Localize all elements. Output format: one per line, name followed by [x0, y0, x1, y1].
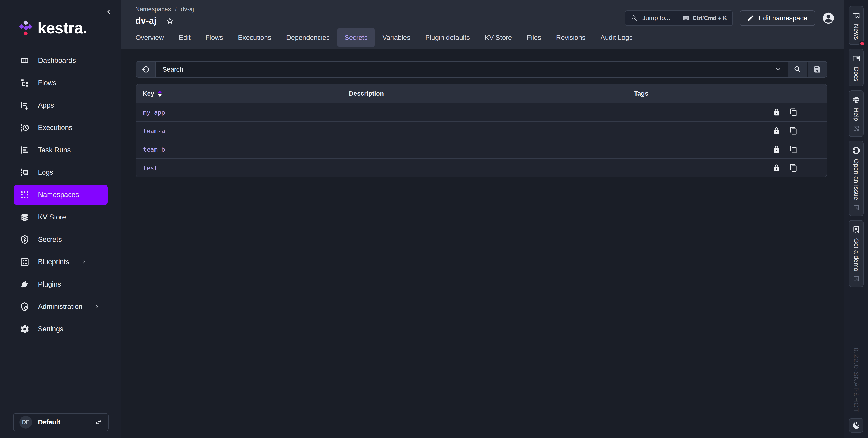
rail-tab-news[interactable]: News [849, 6, 864, 45]
tab-secrets[interactable]: Secrets [337, 28, 375, 47]
tab-edit[interactable]: Edit [171, 28, 198, 47]
jump-to-search[interactable]: Jump to... Ctrl/Cmd + K [625, 10, 733, 26]
sidebar-item-plugins[interactable]: Plugins [14, 274, 108, 294]
search-bar [136, 61, 827, 77]
right-rail: News Docs Help Open an Issue Get a demo … [844, 0, 868, 438]
page-heading: Namespaces / dv-aj dv-aj [135, 6, 194, 26]
column-header-key[interactable]: Key [136, 90, 343, 97]
tab-plugin-defaults[interactable]: Plugin defaults [418, 28, 477, 47]
breadcrumb: Namespaces / dv-aj [135, 6, 194, 13]
sidebar-item-apps[interactable]: Apps [14, 95, 108, 115]
column-header-description: Description [343, 90, 628, 97]
sidebar-item-administration[interactable]: Administration [14, 297, 108, 317]
kestra-logo-icon [19, 20, 33, 36]
star-favorite-icon[interactable] [166, 17, 174, 25]
topbar: Namespaces / dv-aj dv-aj Jump to... [121, 0, 844, 49]
breadcrumb-namespace-id[interactable]: dv-aj [181, 6, 194, 13]
sidebar-item-taskruns[interactable]: Task Runs [14, 140, 108, 160]
jump-to-label: Jump to... [642, 14, 678, 22]
sidebar-nav: Dashboards Flows Apps Executions Task Ru… [0, 50, 121, 341]
shield-key-icon [20, 235, 29, 244]
table-row[interactable]: my-app [136, 103, 827, 121]
blueprints-icon [20, 257, 29, 267]
sidebar-item-dashboards[interactable]: Dashboards [14, 50, 108, 70]
flag-icon [852, 11, 861, 20]
lock-icon [773, 127, 780, 135]
copy-icon[interactable] [789, 164, 798, 172]
sidebar-item-flows[interactable]: Flows [14, 73, 108, 93]
table-row[interactable]: team-b [136, 140, 827, 159]
tab-audit-logs[interactable]: Audit Logs [593, 28, 640, 47]
sidebar-item-settings[interactable]: Settings [14, 319, 108, 339]
tab-dependencies[interactable]: Dependencies [279, 28, 337, 47]
tenant-name: Default [38, 418, 89, 426]
rail-tab-get-a-demo[interactable]: Get a demo [849, 220, 864, 287]
main-area: Namespaces / dv-aj dv-aj Jump to... [121, 0, 844, 438]
file-tree-icon [20, 78, 29, 88]
tab-executions[interactable]: Executions [230, 28, 279, 47]
tenant-avatar: DE [20, 416, 32, 429]
rail-tab-help[interactable]: Help [849, 91, 864, 137]
row-actions [773, 127, 827, 135]
gear-icon [20, 324, 29, 334]
moon-icon [852, 421, 860, 429]
version-label: 0.22.0-SNAPSHOT [852, 347, 860, 413]
sidebar-item-blueprints[interactable]: Blueprints [14, 252, 108, 272]
edit-namespace-button[interactable]: Edit namespace [740, 10, 815, 26]
chevron-right-icon [94, 304, 100, 310]
user-avatar-icon[interactable] [822, 11, 835, 25]
shield-account-icon [20, 302, 29, 311]
github-icon [852, 146, 861, 155]
copy-icon[interactable] [789, 108, 798, 116]
keyboard-icon [682, 14, 689, 22]
rail-tab-docs[interactable]: Docs [849, 49, 864, 86]
page-title: dv-aj [135, 15, 156, 26]
copy-icon[interactable] [789, 145, 798, 154]
lock-icon [773, 145, 780, 153]
open-in-new-icon [853, 125, 860, 132]
lock-icon [773, 164, 780, 172]
sidebar-collapse-icon[interactable] [104, 8, 113, 16]
kestra-logo: kestra. [0, 0, 121, 37]
sidebar-item-namespaces[interactable]: Namespaces [14, 185, 108, 205]
rail-tab-open-an-issue[interactable]: Open an Issue [849, 141, 864, 216]
breadcrumb-separator: / [175, 6, 177, 13]
slack-icon [852, 96, 860, 104]
sidebar-item-logs[interactable]: Logs [14, 163, 108, 182]
copy-icon[interactable] [789, 127, 798, 135]
tab-files[interactable]: Files [519, 28, 549, 47]
dashboard-icon [20, 56, 29, 65]
log-list-icon [20, 168, 29, 177]
sort-icon[interactable] [158, 90, 162, 97]
search-submit-button[interactable] [788, 62, 807, 77]
dark-mode-toggle[interactable] [849, 418, 864, 433]
chevron-down-icon[interactable] [769, 62, 788, 77]
search-input[interactable] [156, 62, 769, 77]
secrets-content: Key Description Tags my-a [121, 49, 844, 438]
table-row[interactable]: team-a [136, 121, 827, 140]
tab-kv-store[interactable]: KV Store [477, 28, 519, 47]
kestra-logo-text: kestra. [37, 19, 87, 37]
tab-variables[interactable]: Variables [375, 28, 418, 47]
open-in-new-icon [853, 204, 860, 211]
tab-revisions[interactable]: Revisions [549, 28, 593, 47]
sidebar-item-kvstore[interactable]: KV Store [14, 207, 108, 227]
chart-gantt-icon [20, 145, 29, 155]
open-in-new-icon [853, 275, 860, 282]
history-icon[interactable] [136, 62, 156, 77]
power-plug-icon [20, 279, 29, 289]
keyboard-shortcut: Ctrl/Cmd + K [682, 14, 727, 22]
save-filter-button[interactable] [807, 62, 827, 77]
tenant-selector[interactable]: DE Default [13, 413, 108, 431]
tab-overview[interactable]: Overview [128, 28, 171, 47]
secrets-table-header: Key Description Tags [136, 84, 827, 103]
dots-grid-icon [20, 190, 29, 200]
row-actions [773, 145, 827, 154]
sidebar-item-secrets[interactable]: Secrets [14, 230, 108, 249]
table-row[interactable]: test [136, 159, 827, 177]
pencil-icon [747, 15, 754, 22]
tab-flows[interactable]: Flows [198, 28, 230, 47]
sidebar-item-executions[interactable]: Executions [14, 118, 108, 138]
secrets-table: Key Description Tags my-a [136, 84, 827, 177]
breadcrumb-namespaces[interactable]: Namespaces [135, 6, 171, 13]
